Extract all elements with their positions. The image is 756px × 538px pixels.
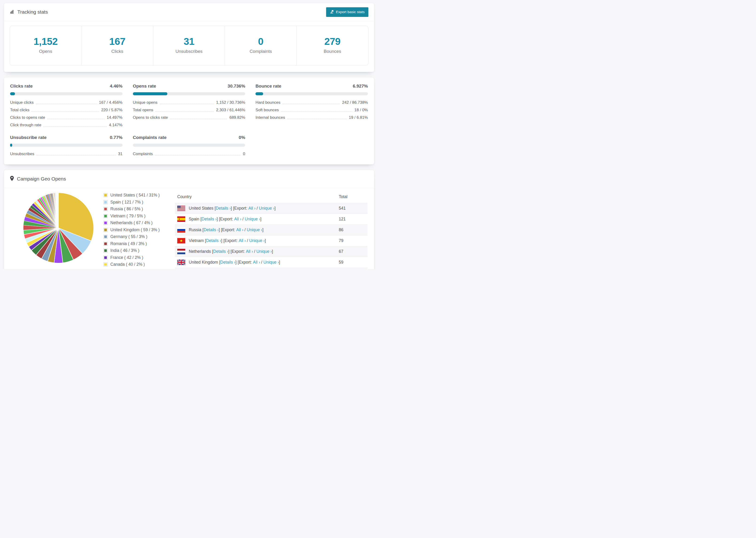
rate-progress-track	[133, 92, 245, 95]
rate-detail-value: 689.82%	[229, 115, 245, 120]
rate-detail-row: Unsubscribes 31	[10, 152, 123, 156]
legend-item: United States ( 541 / 31% )	[104, 193, 164, 198]
rate-detail-row: Opens to clicks rate 689.82%	[133, 115, 245, 120]
tracking-stats-card: Tracking stats Export basic stats 1,152 …	[4, 3, 374, 72]
rate-detail-row: Unique clicks 167 / 4.456%	[10, 100, 123, 105]
legend-swatch	[104, 248, 108, 252]
country-total: 59	[337, 257, 367, 268]
details-link[interactable]: Details ›	[220, 260, 235, 265]
details-link[interactable]: Details ›	[213, 249, 228, 254]
country-flag-es	[177, 216, 185, 222]
bar-chart-icon	[10, 9, 15, 15]
country-name: United States	[189, 206, 215, 211]
rate-detail-label: Total clicks	[10, 108, 29, 112]
country-total	[337, 268, 367, 269]
country-cell: United Kingdom [Details ›] [Export: All …	[177, 260, 334, 265]
legend-label: United States ( 541 / 31% )	[110, 193, 160, 198]
legend-label: Spain ( 121 / 7% )	[110, 200, 143, 205]
summary-stat-clicks: 167 Clicks	[81, 26, 153, 65]
rate-detail-label: Internal bounces	[255, 115, 285, 120]
tracking-stats-header: Tracking stats Export basic stats	[4, 3, 374, 21]
legend-item: India ( 46 / 3% )	[104, 248, 164, 253]
rate-detail-row: Clicks to opens rate 14.497%	[10, 115, 123, 120]
export-unique-link[interactable]: Unique ›	[247, 228, 262, 232]
legend-label: Netherlands ( 67 / 4% )	[110, 220, 153, 225]
export-all-link[interactable]: All ›	[236, 228, 243, 232]
country-flag-nl	[177, 249, 185, 254]
geo-content: United States ( 541 / 31% ) Spain ( 121 …	[4, 188, 374, 269]
export-all-link[interactable]: All ›	[253, 260, 260, 265]
rate-progress-track	[10, 144, 123, 147]
rate-head: Bounce rate 6.927%	[255, 83, 368, 89]
country-name: United Kingdom	[189, 260, 219, 265]
bracket: ] [Export:	[228, 249, 246, 254]
export-all-link[interactable]: All ›	[248, 206, 255, 211]
legend-swatch	[104, 262, 108, 266]
legend-item: France ( 42 / 2% )	[104, 255, 164, 260]
export-all-link[interactable]: All ›	[239, 238, 246, 243]
dotted-leader	[43, 126, 107, 127]
export-unique-link[interactable]: Unique ›	[263, 260, 279, 265]
bracket: ]	[265, 238, 266, 243]
rate-detail-label: Unique clicks	[10, 100, 33, 105]
details-link[interactable]: Details ›	[202, 217, 217, 222]
export-unique-link[interactable]: Unique ›	[259, 206, 274, 211]
stat-value: 31	[153, 36, 225, 47]
country-cell: Vietnam [Details ›] [Export: All › / Uni…	[177, 238, 334, 243]
bracket: ]	[279, 260, 280, 265]
dotted-leader	[281, 111, 352, 112]
bracket: /	[246, 238, 249, 243]
legend-label: Russia ( 86 / 5% )	[110, 207, 143, 211]
rate-head: Opens rate 30.736%	[133, 83, 245, 89]
country-cell: United States [Details ›] [Export: All ›…	[177, 206, 334, 211]
rate-detail-row: Soft bounces 18 / 0%	[255, 108, 368, 112]
geo-table-header-total: Total	[337, 191, 367, 203]
export-all-link[interactable]: All ›	[234, 217, 242, 222]
stat-value: 0	[225, 36, 296, 47]
geo-table-row: United States [Details ›] [Export: All ›…	[175, 203, 367, 214]
rate-progress-fill	[10, 92, 15, 95]
rate-detail-value: 242 / 86.738%	[342, 100, 368, 105]
rate-detail-value: 31	[118, 152, 123, 156]
bracket: ]	[262, 228, 263, 232]
export-button-label: Export basic stats	[336, 10, 365, 14]
rate-detail-label: Hard bounces	[255, 100, 280, 105]
summary-stat-unsubscribes: 31 Unsubscribes	[153, 26, 225, 65]
export-unique-link[interactable]: Unique ›	[249, 238, 265, 243]
rate-detail-row: Click through rate 4.147%	[10, 123, 123, 128]
country-cell: Spain [Details ›] [Export: All › / Uniqu…	[177, 216, 334, 222]
legend-label: France ( 42 / 2% )	[110, 255, 143, 260]
legend-label: Canada ( 40 / 2% )	[110, 262, 145, 267]
rate-title: Bounce rate	[255, 83, 281, 89]
rate-value: 6.927%	[353, 83, 368, 89]
rate-detail-label: Unsubscribes	[10, 152, 34, 156]
rate-detail-value: 14.497%	[107, 115, 123, 120]
bracket: /	[255, 206, 259, 211]
bracket: /	[242, 217, 245, 222]
bracket: ] [Export:	[235, 260, 253, 265]
country-flag-ru	[177, 227, 185, 233]
geo-table-row: Russia [Details ›] [Export: All › / Uniq…	[175, 225, 367, 236]
export-basic-stats-button[interactable]: Export basic stats	[326, 7, 368, 17]
bracket: ] [Export:	[219, 228, 236, 232]
country-total: 86	[337, 225, 367, 236]
dotted-leader	[155, 111, 214, 112]
details-link[interactable]: Details ›	[203, 228, 219, 232]
legend-item: United Kingdom ( 59 / 3% )	[104, 228, 164, 232]
geo-table-header-country: Country	[175, 191, 337, 203]
bracket: ] [Export:	[231, 206, 248, 211]
export-unique-link[interactable]: Unique ›	[256, 249, 272, 254]
rate-detail-row: Complaints 0	[133, 152, 245, 156]
export-icon	[330, 10, 334, 15]
legend-swatch	[104, 221, 108, 225]
legend-label: India ( 46 / 3% )	[110, 248, 139, 253]
details-link[interactable]: Details ›	[206, 238, 221, 243]
dotted-leader	[36, 155, 116, 155]
rate-detail-label: Unique opens	[133, 100, 158, 105]
export-unique-link[interactable]: Unique ›	[244, 217, 260, 222]
bracket: /	[243, 228, 247, 232]
export-all-link[interactable]: All ›	[246, 249, 253, 254]
details-link[interactable]: Details ›	[216, 206, 231, 211]
dotted-leader	[36, 104, 97, 104]
rate-detail-value: 19 / 6.81%	[349, 115, 368, 120]
